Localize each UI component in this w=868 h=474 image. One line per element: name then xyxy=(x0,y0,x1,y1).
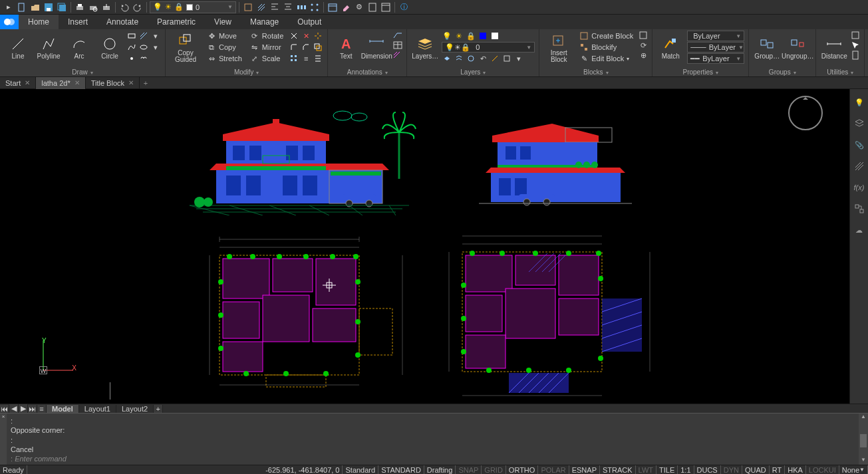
arc-button[interactable]: Arc xyxy=(65,31,93,65)
create-block-button[interactable]: Create Block xyxy=(577,31,636,41)
toggle-strack[interactable]: STRACK xyxy=(600,465,636,475)
layer-merge-icon[interactable] xyxy=(454,53,464,64)
toggle-grid[interactable]: GRID xyxy=(482,465,506,475)
help-icon[interactable]: ⓘ xyxy=(398,1,410,13)
group-button[interactable]: Group… xyxy=(753,31,781,65)
toggle-lockui[interactable]: LOCKUI xyxy=(806,465,839,475)
layer-freeze-icon[interactable]: ☀ xyxy=(454,31,464,41)
bulb-icon[interactable]: 💡 xyxy=(853,96,866,109)
panel-title[interactable]: Properties xyxy=(656,68,744,76)
block-attr-icon[interactable] xyxy=(639,31,648,40)
scroll-thumb[interactable] xyxy=(860,434,867,447)
hatch-ann-icon[interactable] xyxy=(393,51,402,60)
hatch-rail-icon[interactable] xyxy=(853,160,866,173)
attach-icon[interactable]: 📎 xyxy=(853,138,866,152)
layer-lock-icon[interactable]: 🔒 xyxy=(466,31,476,41)
print-icon[interactable] xyxy=(74,1,86,13)
close-icon[interactable]: ✕ xyxy=(128,79,134,86)
panel-title[interactable]: Annotations xyxy=(332,68,402,76)
add-tab-button[interactable]: + xyxy=(140,79,152,87)
saveall-icon[interactable] xyxy=(56,1,68,13)
layers-rail-icon[interactable] xyxy=(853,117,866,130)
command-history[interactable]: : Opposite corner: : Cancel : Enter comm… xyxy=(7,414,859,465)
spline-icon[interactable] xyxy=(126,42,137,53)
layout-add-icon[interactable]: + xyxy=(154,405,163,413)
toggle-1-1[interactable]: 1:1 xyxy=(678,465,694,475)
toggle-ortho[interactable]: ORTHO xyxy=(506,465,539,475)
layout-1[interactable]: Layout1 xyxy=(79,405,116,413)
offset-icon[interactable] xyxy=(313,42,323,53)
block-sync-icon[interactable]: ⟳ xyxy=(639,41,648,50)
leader-icon[interactable] xyxy=(393,31,402,40)
layer-iso-icon[interactable] xyxy=(442,53,452,64)
cmd-scrollbar[interactable]: ▲ ▼ xyxy=(859,414,868,465)
menu-manage[interactable]: Manage xyxy=(241,15,288,29)
menu-parametric[interactable]: Parametric xyxy=(148,15,205,29)
point-icon[interactable] xyxy=(126,53,137,64)
distance-button[interactable]: Distance xyxy=(820,31,848,65)
cloud-icon[interactable]: ☁ xyxy=(853,223,866,237)
layout-list-icon[interactable]: ≡ xyxy=(37,405,47,413)
lineweight-combo[interactable]: ━━ByLayer▼ xyxy=(687,53,744,64)
scale-button[interactable]: ⤢Scale xyxy=(247,53,286,64)
layer-cur-icon[interactable] xyxy=(502,53,512,64)
redo-icon[interactable] xyxy=(132,1,144,13)
ellipse-icon[interactable] xyxy=(138,42,149,53)
scroll-down-icon[interactable]: ▼ xyxy=(859,457,868,465)
save-icon[interactable] xyxy=(43,1,55,13)
toggle-dyn[interactable]: DYN xyxy=(721,465,742,475)
color-combo[interactable]: ByLayer▼ xyxy=(687,31,744,41)
calendar-icon[interactable] xyxy=(327,1,339,13)
hatch-panel-icon[interactable] xyxy=(138,31,149,41)
publish-icon[interactable] xyxy=(100,1,112,13)
block-ref-icon[interactable]: ⊕ xyxy=(639,51,648,60)
chamfer-icon[interactable] xyxy=(301,42,311,53)
polyline-button[interactable]: Polyline xyxy=(35,31,63,65)
layer-prev-icon[interactable]: ↶ xyxy=(478,53,488,64)
text-button[interactable]: AText xyxy=(332,31,360,65)
status-standard1[interactable]: Standard xyxy=(343,465,378,475)
circle-button[interactable]: Circle xyxy=(96,31,124,65)
structure-icon[interactable] xyxy=(853,202,866,215)
calc-icon[interactable] xyxy=(851,51,860,60)
menu-view[interactable]: View xyxy=(205,15,241,29)
panel-title[interactable]: Layers xyxy=(411,68,535,76)
layer-more-icon[interactable]: ▾ xyxy=(513,53,524,64)
scroll-up-icon[interactable]: ▲ xyxy=(859,414,868,421)
app-menu-caret-icon[interactable]: ▸ xyxy=(3,1,15,13)
hatch-icon[interactable] xyxy=(255,1,267,13)
toggle-hka[interactable]: HKA xyxy=(785,465,806,475)
panel-title[interactable]: Blocks xyxy=(543,68,648,76)
dropdown-icon[interactable]: ▾ xyxy=(150,42,161,53)
undo-icon[interactable] xyxy=(118,1,130,13)
layer-state-icon[interactable]: 💡 xyxy=(442,31,452,41)
doctab-other[interactable]: Title Block✕ xyxy=(86,77,140,89)
menu-output[interactable]: Output xyxy=(288,15,331,29)
ungroup-button[interactable]: Ungroup… xyxy=(784,31,811,65)
qat-layer-dropdown[interactable]: 💡 ☀ 🔒 0 ▼ xyxy=(150,1,236,13)
layers-button[interactable]: Layers… xyxy=(411,31,439,65)
layout-2[interactable]: Layout2 xyxy=(116,405,154,413)
fx-icon[interactable]: f(x) xyxy=(853,181,866,194)
erase-icon[interactable]: ✕ xyxy=(301,31,311,41)
offset-mult-icon[interactable] xyxy=(313,53,323,64)
insert-block-button[interactable]: Insert Block xyxy=(543,31,574,65)
measure-area-icon[interactable] xyxy=(851,31,860,40)
toggle-esnap[interactable]: ESNAP xyxy=(569,465,600,475)
array-rect-icon[interactable] xyxy=(289,53,299,64)
edit-block-button[interactable]: ✎Edit Block▾ xyxy=(577,53,636,64)
align-center-icon[interactable] xyxy=(282,1,294,13)
print-preview-icon[interactable] xyxy=(87,1,99,13)
layer-combo[interactable]: 💡☀🔒0▼ xyxy=(442,42,535,53)
app-button[interactable] xyxy=(0,15,19,29)
match-button[interactable]: Match xyxy=(656,31,684,65)
command-input[interactable]: : Enter command xyxy=(11,454,855,463)
select-icon[interactable] xyxy=(851,41,860,50)
eraser-icon[interactable] xyxy=(340,1,352,13)
layer-off-icon[interactable] xyxy=(490,31,500,41)
align-left-icon[interactable] xyxy=(269,1,281,13)
blockify-button[interactable]: Blockify xyxy=(577,42,636,53)
toggle-rt[interactable]: RT xyxy=(770,465,785,475)
close-icon[interactable]: ✕ xyxy=(25,79,30,86)
menu-home[interactable]: Home xyxy=(19,15,59,29)
